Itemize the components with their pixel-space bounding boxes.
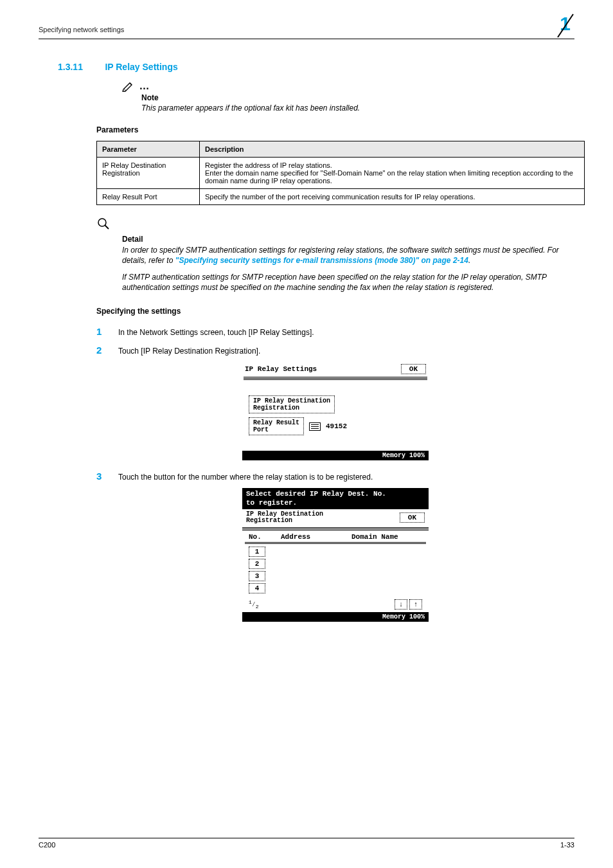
step-1: 1 In the Network Settings screen, touch …: [96, 326, 574, 337]
step-text: In the Network Settings screen, touch [I…: [118, 328, 314, 337]
pencil-icon: [122, 80, 136, 92]
page-footer: C200 1-33: [39, 838, 574, 849]
col-description: Description: [200, 141, 585, 157]
ellipsis-icon: …: [139, 80, 151, 91]
param-name: IP Relay Destination Registration: [97, 157, 200, 188]
ok-button[interactable]: OK: [401, 364, 426, 374]
btn-line2: Registration: [253, 404, 299, 411]
divider-hatch: [245, 542, 426, 544]
detail-paragraph-1: In order to specify SMTP authentication …: [122, 245, 574, 266]
sub-line1: IP Relay Destination: [246, 511, 323, 518]
msg-line2: to register.: [246, 499, 297, 507]
table-row: Relay Result Port Specify the number of …: [97, 188, 585, 204]
chapter-slash-icon: [551, 13, 577, 39]
memory-indicator: Memory 100%: [242, 451, 429, 460]
col-address: Address: [281, 533, 351, 541]
dest-row-button[interactable]: 4: [249, 583, 265, 593]
btn-line1: Relay Result: [253, 419, 299, 426]
svg-point-1: [98, 219, 106, 226]
lcd2-subtitle: IP Relay Destination Registration: [246, 511, 323, 525]
section-heading: 1.3.11 IP Relay Settings: [39, 61, 574, 73]
param-name: Relay Result Port: [97, 188, 200, 204]
step-text: Touch [IP Relay Destination Registration…: [118, 347, 260, 356]
detail-block: Detail In order to specify SMTP authenti…: [96, 217, 574, 293]
col-domain: Domain Name: [351, 533, 422, 541]
page-indicator: 1⁄2: [249, 599, 259, 610]
chapter-tab: 1: [560, 14, 574, 33]
note-label: Note: [141, 93, 568, 102]
magnifier-icon: [96, 217, 574, 233]
ip-relay-dest-reg-button[interactable]: IP Relay Destination Registration: [249, 395, 335, 413]
detail-paragraph-2: If SMTP authentication settings for SMTP…: [122, 272, 574, 293]
page-down-button[interactable]: ↓: [395, 599, 407, 610]
col-parameter: Parameter: [97, 141, 200, 157]
page-up-button[interactable]: ↑: [409, 599, 422, 610]
lcd2-columns: No. Address Domain Name: [242, 530, 429, 541]
lcd2-message: Select desired IP Relay Dest. No. to reg…: [242, 488, 429, 509]
relay-result-port-button[interactable]: Relay Result Port: [249, 417, 304, 435]
btn-line1: IP Relay Destination: [253, 397, 330, 404]
svg-line-2: [105, 225, 109, 229]
param-desc: Register the address of IP relay station…: [200, 157, 585, 188]
running-header: Specifying network settings: [39, 26, 124, 33]
step-2: 2 Touch [IP Relay Destination Registrati…: [96, 345, 574, 356]
lcd1-title: IP Relay Settings: [245, 365, 317, 373]
memory-indicator: Memory 100%: [242, 612, 429, 622]
parameters-heading: Parameters: [96, 125, 574, 134]
parameters-table: Parameter Description IP Relay Destinati…: [96, 141, 585, 205]
lcd-screenshot-2: Select desired IP Relay Dest. No. to reg…: [242, 488, 429, 622]
footer-left: C200: [39, 841, 55, 849]
step-text: Touch the button for the number where th…: [118, 473, 373, 482]
step-number: 2: [96, 345, 118, 356]
step-number: 3: [96, 471, 118, 482]
msg-line1: Select desired IP Relay Dest. No.: [246, 490, 386, 498]
step-number: 1: [96, 326, 118, 337]
keyboard-icon[interactable]: [309, 422, 321, 431]
param-desc: Specify the number of the port receiving…: [200, 188, 585, 204]
specifying-heading: Specifying the settings: [96, 307, 574, 316]
dest-row-button[interactable]: 2: [249, 559, 265, 569]
dest-row-button[interactable]: 3: [249, 571, 265, 581]
footer-right: 1-33: [560, 841, 574, 849]
port-value: 49152: [326, 422, 347, 430]
note-text: This parameter appears if the optional f…: [141, 104, 568, 114]
note-block: … Note This parameter appears if the opt…: [122, 80, 568, 114]
detail-label: Detail: [122, 235, 574, 244]
header-rule: [39, 39, 574, 39]
section-number: 1.3.11: [58, 62, 83, 72]
table-row: IP Relay Destination Registration Regist…: [97, 157, 585, 188]
sub-line2: Registration: [246, 517, 292, 524]
detail-text-1b: .: [468, 256, 470, 265]
lcd-screenshot-1: IP Relay Settings OK IP Relay Destinatio…: [242, 362, 429, 460]
svg-line-0: [558, 14, 573, 37]
detail-link[interactable]: "Specifying security settings for e-mail…: [175, 256, 468, 265]
ok-button[interactable]: OK: [400, 512, 425, 523]
note-icon-row: …: [122, 80, 568, 92]
col-no: No.: [249, 533, 281, 541]
table-header-row: Parameter Description: [97, 141, 585, 157]
btn-line2: Port: [253, 426, 269, 433]
section-title: IP Relay Settings: [105, 62, 177, 72]
step-3: 3 Touch the button for the number where …: [96, 471, 574, 482]
dest-row-button[interactable]: 1: [249, 547, 265, 557]
